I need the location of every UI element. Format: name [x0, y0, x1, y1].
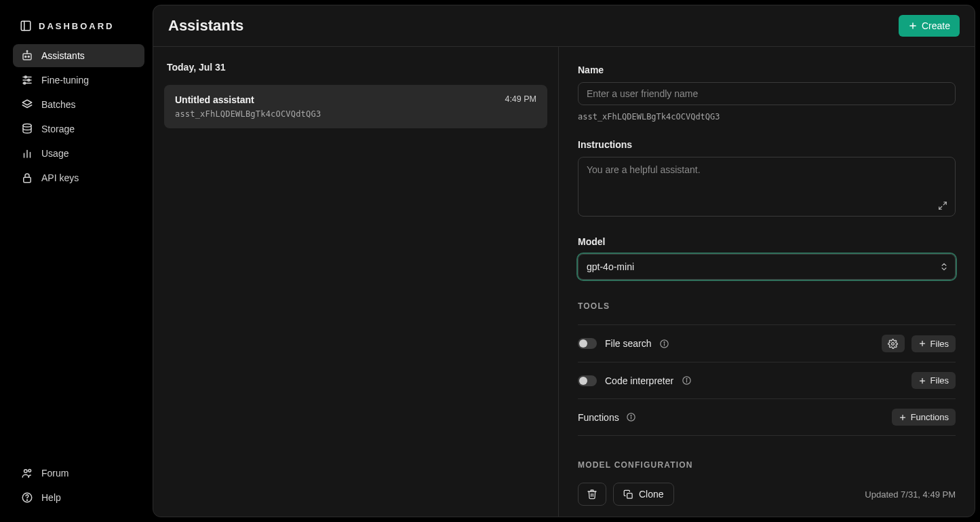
svg-rect-18 [24, 177, 31, 183]
svg-point-29 [664, 341, 665, 342]
sidebar-item-label: Forum [41, 468, 68, 479]
svg-point-30 [892, 342, 895, 345]
file-search-label: File search [605, 338, 651, 349]
plus-icon [908, 21, 918, 31]
gear-icon [888, 339, 898, 349]
name-label: Name [578, 64, 956, 75]
assistant-list-item-title: Untitled assistant [175, 94, 321, 105]
functions-button-label: Functions [911, 412, 949, 422]
sliders-icon [21, 74, 33, 86]
code-interpreter-toggle[interactable] [578, 375, 597, 386]
sidebar-item-forum[interactable]: Forum [13, 462, 144, 485]
create-button-label: Create [922, 20, 950, 31]
users-icon [21, 467, 33, 479]
files-button-label: Files [930, 375, 949, 386]
plus-icon [918, 377, 926, 385]
file-search-toggle[interactable] [578, 338, 597, 349]
svg-rect-46 [627, 493, 633, 498]
brand-label: DASHBOARD [39, 21, 115, 31]
file-search-settings-button[interactable] [882, 335, 905, 352]
robot-icon [21, 50, 33, 62]
delete-button[interactable] [578, 483, 606, 506]
sidebar-item-fine-tuning[interactable]: Fine-tuning [13, 69, 144, 92]
instructions-field: Instructions [578, 139, 956, 219]
sidebar-footer-nav: Forum Help [13, 462, 144, 509]
detail-footer: Clone Updated 7/31, 4:49 PM [559, 474, 975, 517]
expand-instructions-button[interactable] [935, 198, 950, 213]
svg-line-25 [943, 202, 946, 205]
svg-point-14 [23, 124, 31, 128]
svg-point-4 [28, 56, 29, 58]
info-icon[interactable] [682, 375, 692, 386]
assistant-list-item-time: 4:49 PM [505, 94, 536, 104]
instructions-label: Instructions [578, 139, 956, 150]
database-icon [21, 123, 33, 135]
plus-icon [899, 413, 907, 422]
svg-rect-2 [23, 54, 31, 60]
model-field: Model gpt-4o-mini [578, 236, 956, 280]
plus-icon [918, 339, 926, 348]
assistant-detail: Name asst_xFhLQDEWLBgTk4cOCVQdtQG3 Instr… [559, 47, 975, 517]
svg-point-20 [28, 469, 31, 472]
assistant-id-text: asst_xFhLQDEWLBgTk4cOCVQdtQG3 [578, 112, 956, 122]
main-panel: Assistants Create Today, Jul 31 Untitled… [153, 5, 975, 517]
sidebar-nav: Assistants Fine-tuning Batches Storage [13, 44, 144, 189]
model-select[interactable]: gpt-4o-mini [578, 254, 956, 280]
assistant-list-item-id: asst_xFhLQDEWLBgTk4cOCVQdtQG3 [175, 109, 321, 119]
instructions-input[interactable] [578, 157, 956, 217]
maximize-icon [938, 201, 947, 210]
copy-icon [623, 489, 633, 500]
sidebar-item-label: API keys [41, 172, 79, 183]
svg-point-6 [26, 51, 28, 52]
assistant-list-item[interactable]: Untitled assistant asst_xFhLQDEWLBgTk4cO… [164, 85, 547, 128]
sidebar-item-label: Fine-tuning [41, 75, 89, 86]
sidebar-item-api-keys[interactable]: API keys [13, 166, 144, 189]
svg-point-3 [25, 56, 26, 58]
layers-icon [21, 98, 33, 111]
brand: DASHBOARD [13, 13, 144, 44]
panel-left-icon [20, 20, 32, 32]
tools-heading: TOOLS [578, 301, 956, 311]
sidebar-item-label: Help [41, 492, 61, 503]
clone-button-label: Clone [639, 489, 664, 500]
file-search-files-button[interactable]: Files [912, 335, 956, 352]
svg-rect-0 [21, 21, 31, 31]
sidebar: DASHBOARD Assistants Fine-tuning Batches [5, 5, 153, 517]
svg-point-22 [26, 500, 27, 500]
sidebar-item-label: Usage [41, 148, 68, 159]
info-icon[interactable] [626, 412, 636, 422]
sidebar-item-label: Batches [41, 99, 76, 110]
sidebar-item-usage[interactable]: Usage [13, 142, 144, 165]
create-button[interactable]: Create [899, 15, 960, 37]
updated-text: Updated 7/31, 4:49 PM [865, 489, 956, 500]
sidebar-item-help[interactable]: Help [13, 486, 144, 509]
add-functions-button[interactable]: Functions [892, 409, 956, 426]
info-icon[interactable] [659, 339, 669, 349]
code-interpreter-label: Code interpreter [605, 375, 673, 386]
sidebar-item-label: Storage [41, 124, 75, 134]
sidebar-item-assistants[interactable]: Assistants [13, 44, 144, 67]
files-button-label: Files [930, 339, 949, 349]
name-input[interactable] [578, 82, 956, 105]
name-field: Name asst_xFhLQDEWLBgTk4cOCVQdtQG3 [578, 64, 956, 122]
help-circle-icon [21, 491, 33, 504]
functions-label: Functions [578, 412, 619, 423]
sidebar-item-storage[interactable]: Storage [13, 117, 144, 141]
tools-section: File search [578, 324, 956, 436]
model-config-heading: MODEL CONFIGURATION [578, 460, 956, 470]
svg-point-35 [686, 379, 687, 379]
svg-line-26 [939, 206, 942, 209]
code-interpreter-files-button[interactable]: Files [912, 372, 956, 389]
svg-point-19 [24, 470, 28, 473]
trash-icon [587, 489, 597, 500]
tool-code-interpreter-row: Code interpreter Files [578, 362, 956, 398]
svg-marker-13 [22, 100, 32, 105]
clone-button[interactable]: Clone [613, 483, 674, 506]
sidebar-item-batches[interactable]: Batches [13, 93, 144, 116]
titlebar: Assistants Create [153, 5, 975, 47]
list-date-heading: Today, Jul 31 [164, 59, 547, 77]
tool-file-search-row: File search [578, 324, 956, 362]
svg-point-40 [631, 415, 631, 416]
assistant-list: Today, Jul 31 Untitled assistant asst_xF… [153, 47, 559, 517]
page-title: Assistants [168, 17, 243, 35]
